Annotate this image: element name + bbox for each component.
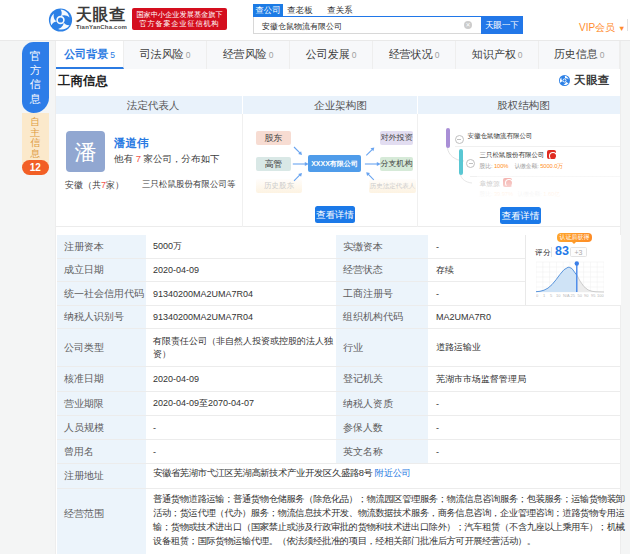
svg-text:90: 90	[584, 293, 589, 298]
svg-text:95: 95	[591, 293, 596, 298]
svg-text:50: 50	[577, 293, 582, 298]
svg-text:25: 25	[570, 293, 575, 298]
svg-text:100: 100	[597, 293, 604, 298]
svg-text:0: 0	[536, 293, 539, 298]
svg-text:5: 5	[550, 293, 553, 298]
svg-text:10: 10	[556, 293, 561, 298]
svg-text:N/A: N/A	[563, 293, 570, 298]
svg-text:1: 1	[543, 293, 546, 298]
